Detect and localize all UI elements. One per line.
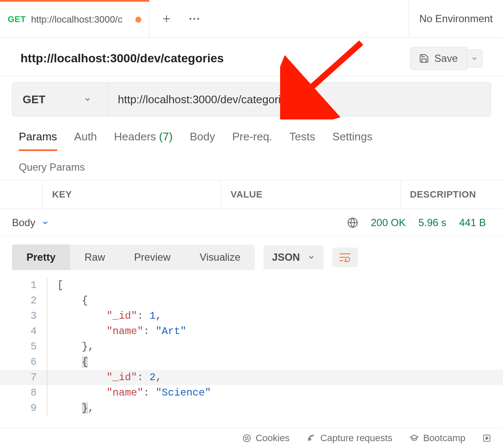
wrap-icon bbox=[339, 253, 351, 262]
svg-point-13 bbox=[248, 439, 249, 439]
environment-label: No Environment bbox=[419, 13, 493, 25]
status-bar: Cookies Capture requests Bootcamp bbox=[0, 428, 503, 448]
http-method-select[interactable]: GET bbox=[12, 83, 108, 116]
network-icon[interactable] bbox=[347, 217, 358, 228]
footer-capture-requests[interactable]: Capture requests bbox=[307, 433, 392, 444]
view-preview[interactable]: Preview bbox=[120, 244, 185, 270]
svg-point-12 bbox=[246, 439, 246, 440]
response-status-bar: Body 200 OK 5.96 s 441 B bbox=[0, 209, 503, 237]
svg-marker-16 bbox=[486, 437, 488, 440]
more-tabs-icon[interactable] bbox=[189, 17, 200, 20]
cookie-icon bbox=[242, 433, 252, 443]
new-tab-button[interactable] bbox=[161, 14, 172, 24]
wrap-lines-button[interactable] bbox=[332, 247, 358, 267]
tab-tests[interactable]: Tests bbox=[290, 130, 316, 151]
url-bar: GET bbox=[12, 82, 491, 116]
tab-method: GET bbox=[8, 15, 26, 24]
response-body-viewer[interactable]: 1[2 {3 "_id": 1,4 "name": "Art"5 },6 {7 … bbox=[0, 278, 503, 416]
tab-prereq[interactable]: Pre-req. bbox=[232, 130, 272, 151]
response-view-segmented: Pretty Raw Preview Visualize bbox=[12, 244, 255, 270]
footer-runner[interactable] bbox=[483, 433, 491, 444]
url-input[interactable] bbox=[108, 83, 491, 116]
request-tab[interactable]: GET http://localhost:3000/c bbox=[0, 0, 149, 37]
unsaved-indicator-icon bbox=[135, 17, 141, 23]
graduation-cap-icon bbox=[409, 433, 419, 443]
view-visualize[interactable]: Visualize bbox=[185, 244, 255, 270]
svg-point-4 bbox=[197, 17, 199, 20]
tab-body[interactable]: Body bbox=[190, 130, 215, 151]
svg-point-2 bbox=[190, 17, 192, 20]
tab-params[interactable]: Params bbox=[19, 130, 57, 151]
request-title-row: http://localhost:3000/dev/categories Sav… bbox=[0, 38, 503, 76]
save-dropdown-button[interactable] bbox=[467, 49, 483, 67]
footer-cookies[interactable]: Cookies bbox=[242, 433, 290, 444]
response-format-label: JSON bbox=[272, 251, 300, 263]
request-subtabs: Params Auth Headers (7) Body Pre-req. Te… bbox=[0, 116, 503, 151]
chevron-down-icon bbox=[307, 253, 315, 261]
response-body-tab[interactable]: Body bbox=[12, 217, 49, 229]
response-format-select[interactable]: JSON bbox=[263, 245, 324, 269]
play-outline-icon bbox=[483, 434, 491, 442]
column-key: KEY bbox=[43, 180, 221, 209]
save-button[interactable]: Save bbox=[410, 47, 467, 70]
svg-point-11 bbox=[247, 436, 248, 437]
response-time: 5.96 s bbox=[418, 217, 446, 229]
column-value: VALUE bbox=[221, 180, 401, 209]
svg-point-14 bbox=[310, 439, 311, 440]
http-method-label: GET bbox=[23, 93, 45, 106]
tab-settings[interactable]: Settings bbox=[332, 130, 372, 151]
chevron-down-icon bbox=[41, 219, 49, 227]
request-title[interactable]: http://localhost:3000/dev/categories bbox=[20, 52, 224, 65]
footer-bootcamp[interactable]: Bootcamp bbox=[409, 433, 465, 444]
column-description: DESCRIPTION bbox=[401, 180, 503, 209]
query-params-header: KEY VALUE DESCRIPTION bbox=[0, 180, 503, 209]
environment-selector[interactable]: No Environment bbox=[409, 0, 503, 37]
view-pretty[interactable]: Pretty bbox=[12, 244, 70, 270]
response-toolbar: Pretty Raw Preview Visualize JSON bbox=[0, 237, 503, 278]
response-size: 441 B bbox=[459, 217, 486, 229]
tab-auth[interactable]: Auth bbox=[74, 130, 97, 151]
save-button-label: Save bbox=[434, 52, 458, 64]
tab-bar: GET http://localhost:3000/c No Environme… bbox=[0, 0, 503, 38]
svg-point-9 bbox=[243, 435, 250, 442]
chevron-down-icon bbox=[84, 96, 91, 103]
view-raw[interactable]: Raw bbox=[70, 244, 120, 270]
tab-headers[interactable]: Headers (7) bbox=[114, 130, 173, 151]
query-params-label: Query Params bbox=[0, 151, 503, 180]
svg-point-3 bbox=[193, 17, 196, 20]
tab-title: http://localhost:3000/c bbox=[31, 14, 130, 25]
response-status-code: 200 OK bbox=[371, 217, 406, 229]
satellite-icon bbox=[307, 433, 316, 443]
svg-point-10 bbox=[245, 437, 246, 438]
